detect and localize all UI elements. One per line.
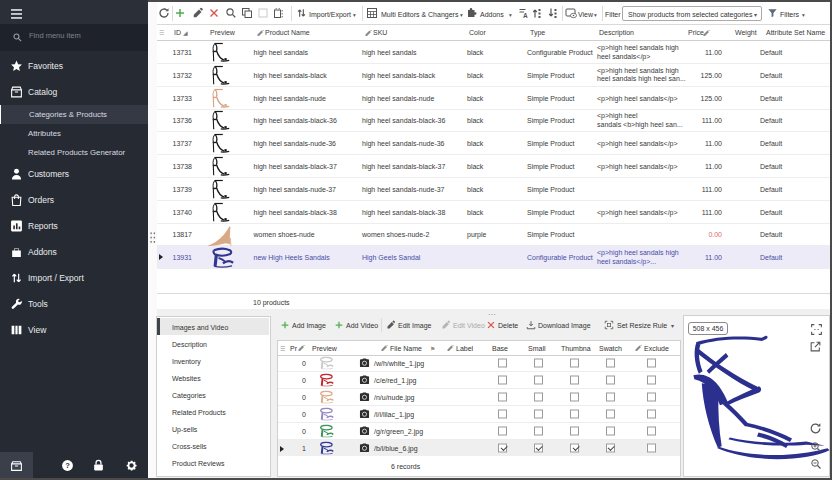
- svg-text:?: ?: [65, 461, 70, 470]
- svg-text:A: A: [523, 12, 528, 19]
